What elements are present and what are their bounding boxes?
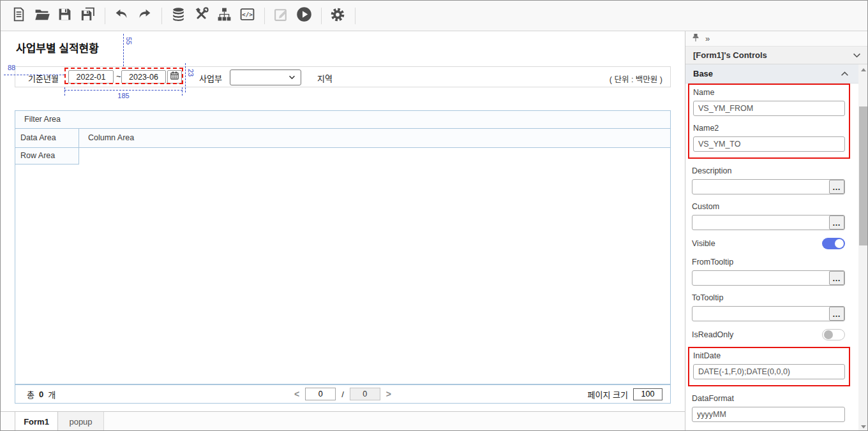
prop-totooltip-input[interactable]: [692, 306, 845, 321]
prop-totooltip-label: ToTooltip: [692, 293, 845, 302]
panel-scrollbar[interactable]: [858, 64, 868, 431]
total-label: 총: [27, 388, 34, 400]
save-all-icon: [80, 6, 96, 25]
new-document-button[interactable]: [8, 5, 29, 27]
toggle-knob: [835, 239, 844, 248]
chevron-down-icon: [288, 75, 296, 80]
ellipsis-button[interactable]: …: [829, 307, 844, 321]
visible-toggle[interactable]: [822, 238, 845, 249]
run-button[interactable]: [293, 5, 315, 27]
unit-note: ( 단위 : 백만원 ): [610, 73, 662, 85]
save-all-button[interactable]: [77, 5, 98, 27]
toolbar: </>: [1, 1, 867, 31]
prop-description: Description …: [692, 166, 845, 194]
tab-popup[interactable]: popup: [58, 412, 104, 431]
prop-dataformat-input[interactable]: [692, 407, 845, 422]
prop-dataformat: DataFormat: [692, 394, 845, 422]
selection-highlight-daterange: [64, 68, 183, 84]
date-range-label: 기준년월: [28, 72, 59, 84]
pin-icon[interactable]: [692, 33, 700, 44]
collapse-panel-button[interactable]: »: [705, 34, 710, 43]
controls-header[interactable]: [Form1]'s Controls: [685, 47, 868, 64]
tab-form1[interactable]: Form1: [15, 412, 58, 431]
sitemap-button[interactable]: [213, 5, 235, 27]
redo-button[interactable]: [133, 5, 155, 27]
prop-description-input[interactable]: [692, 179, 845, 194]
selection-highlight-names: Name Name2: [688, 84, 850, 159]
prop-isreadonly-label: IsReadOnly: [692, 330, 733, 339]
next-page-button[interactable]: >: [386, 389, 391, 399]
scroll-up-button[interactable]: [858, 65, 868, 74]
prop-fromtooltip-label: FromTooltip: [692, 258, 845, 267]
selection-highlight-initdate: InitDate: [688, 347, 850, 386]
toolbar-separator: [321, 8, 322, 24]
prop-totooltip: ToTooltip …: [692, 293, 845, 321]
section-base-header[interactable]: Base: [685, 64, 859, 84]
measure-label-185: 185: [64, 92, 183, 99]
total-unit: 개: [48, 388, 56, 400]
division-select[interactable]: [230, 69, 301, 85]
property-list: Name Name2 Description … Custom: [685, 84, 859, 431]
controls-header-label: [Form1]'s Controls: [693, 50, 767, 60]
prop-custom-input[interactable]: [692, 215, 845, 230]
page-size-input[interactable]: [633, 388, 662, 400]
settings-icon: [329, 6, 346, 26]
page-separator: /: [341, 390, 344, 399]
code-editor-button[interactable]: </>: [236, 5, 258, 27]
section-base-label: Base: [693, 69, 713, 78]
prop-visible-label: Visible: [692, 239, 715, 248]
prop-initdate-label: InitDate: [693, 351, 845, 360]
filter-area-cell[interactable]: Filter Area: [15, 111, 670, 129]
ellipsis-button[interactable]: …: [829, 180, 844, 194]
prop-initdate-input[interactable]: [693, 364, 845, 379]
save-button[interactable]: [54, 5, 75, 27]
open-folder-button[interactable]: [31, 5, 52, 27]
page-title: 사업부별 실적현황: [16, 40, 99, 55]
ellipsis-button[interactable]: …: [829, 271, 844, 285]
chevron-up-icon: [841, 71, 849, 77]
panel-pin-row: »: [685, 31, 868, 47]
form-designer-window: </> 사업부별 실적현황 55 88 기준년월 ~ 23 사업부: [0, 0, 868, 431]
row-area-cell[interactable]: Row Area: [15, 148, 79, 164]
edit-icon: [273, 6, 289, 25]
run-icon: [296, 6, 313, 26]
undo-button[interactable]: [110, 5, 132, 27]
triangle-down-icon: [861, 425, 866, 428]
prop-visible: Visible: [692, 237, 845, 250]
total-value: 0: [39, 390, 43, 399]
toggle-knob: [824, 330, 833, 339]
measure-label-23: 23: [187, 69, 195, 77]
database-button[interactable]: [167, 5, 189, 27]
prop-isreadonly: IsReadOnly: [692, 328, 845, 341]
measure-label-55: 55: [125, 37, 133, 45]
tools-button[interactable]: [190, 5, 212, 27]
total-pages-field: [350, 388, 380, 400]
prop-name2-input[interactable]: [693, 136, 845, 152]
current-page-input[interactable]: [305, 388, 336, 400]
prop-name-input[interactable]: [693, 101, 845, 116]
measure-line-55: [123, 34, 124, 66]
svg-text:</>: </>: [242, 11, 253, 18]
measure-line-23: [185, 63, 186, 92]
settings-button[interactable]: [327, 5, 348, 27]
toolbar-separator: [264, 8, 265, 24]
data-area-cell[interactable]: Data Area: [15, 129, 79, 148]
prop-fromtooltip-input[interactable]: [692, 270, 845, 286]
design-canvas: 사업부별 실적현황 55 88 기준년월 ~ 23 사업부 지역 ( 단위 : …: [1, 31, 685, 431]
division-label: 사업부: [199, 72, 222, 84]
isreadonly-toggle[interactable]: [822, 329, 845, 340]
column-area-cell[interactable]: Column Area: [79, 129, 670, 148]
page-size-control: 페이지 크기: [588, 388, 662, 400]
prop-custom-label: Custom: [692, 202, 845, 211]
ellipsis-button[interactable]: …: [829, 216, 844, 230]
code-editor-icon: </>: [239, 6, 255, 25]
scrollbar-thumb[interactable]: [859, 106, 868, 245]
measure-label-88: 88: [8, 64, 15, 71]
scroll-down-button[interactable]: [858, 422, 868, 431]
prev-page-button[interactable]: <: [294, 389, 299, 399]
prop-dataformat-label: DataFormat: [692, 394, 845, 403]
edit-button[interactable]: [270, 5, 292, 27]
prop-description-label: Description: [692, 166, 845, 175]
measure-line-88: [4, 75, 64, 75]
new-document-icon: [11, 6, 27, 25]
